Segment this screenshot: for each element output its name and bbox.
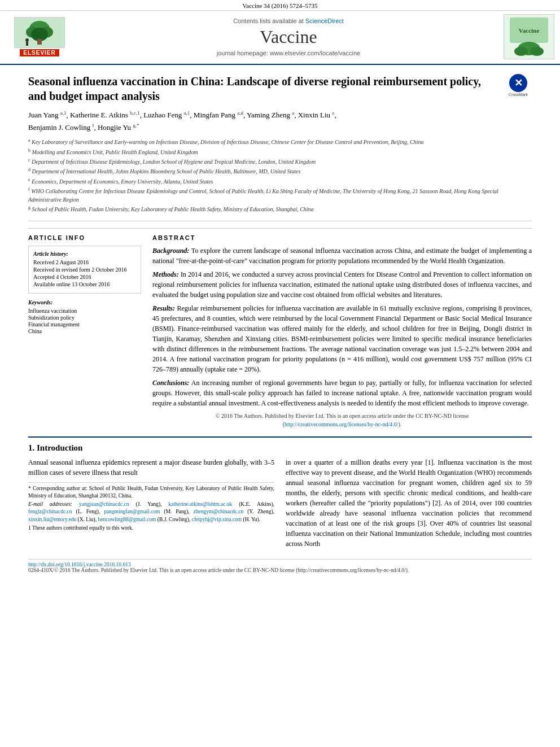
svg-rect-7 (26, 42, 28, 46)
corresponding-footnote: * Corresponding author at: School of Pub… (28, 485, 274, 500)
svg-point-13 (530, 47, 544, 56)
introduction-section: 1. Introduction Annual seasonal influenz… (28, 436, 532, 552)
intro-para1: Annual seasonal influenza epidemics repr… (28, 457, 274, 478)
right-column: Abstract Background: To explore the curr… (152, 234, 532, 429)
emails-label: E-mail addresses: (28, 501, 72, 507)
intro-two-col: Annual seasonal influenza epidemics repr… (28, 457, 532, 552)
article-title-section: Seasonal influenza vaccination in China:… (28, 65, 532, 221)
page-container: Vaccine 34 (2016) 5724–5735 (0, 0, 560, 573)
crossmark-icon: ✕ (509, 74, 527, 92)
abstract-methods: Methods: In 2014 and 2016, we conducted … (152, 269, 532, 300)
elsevier-logo: ELSEVIER (6, 17, 73, 56)
journal-homepage: journal homepage: www.elsevier.com/locat… (79, 50, 498, 56)
email-liu[interactable]: xinxin.liu@emory.edu (28, 517, 76, 522)
intro-para2: in over a quarter of a million deaths ev… (286, 457, 532, 549)
affiliation-f: f WHO Collaborating Centre for Infectiou… (28, 186, 532, 204)
journal-header: ELSEVIER Contents lists available at Sci… (0, 11, 560, 65)
doi-bar: Vaccine 34 (2016) 5724–5735 (0, 0, 560, 11)
abstract-heading: Abstract (152, 234, 532, 241)
journal-title-banner: Vaccine (79, 27, 498, 47)
results-label: Results: (152, 304, 175, 312)
journal-banner: ELSEVIER Contents lists available at Sci… (0, 11, 560, 62)
conclusions-content: An increasing number of regional governm… (152, 379, 532, 407)
available-date: Available online 13 October 2016 (33, 281, 136, 287)
crossmark-badge[interactable]: ✕ CrossMark (505, 74, 532, 97)
vaccine-logo-box: Vaccine (504, 14, 554, 59)
doi-link[interactable]: http://dx.doi.org/10.1016/j.vaccine.2016… (28, 562, 131, 567)
main-content: Seasonal influenza vaccination in China:… (0, 65, 560, 573)
keyword-1: Influenza vaccination (28, 308, 141, 314)
abstract-background: Background: To explore the current lands… (152, 246, 532, 266)
left-column: Article Info Article history: Received 2… (28, 234, 141, 429)
intro-left-col: Annual seasonal influenza epidemics repr… (28, 457, 274, 552)
bottom-bar: http://dx.doi.org/10.1016/j.vaccine.2016… (28, 559, 532, 573)
keywords-section: Keywords: Influenza vaccination Subsidiz… (28, 299, 141, 334)
svg-point-12 (514, 47, 528, 56)
footnotes-box: * Corresponding author at: School of Pub… (28, 482, 274, 532)
received-date: Received 2 August 2016 (33, 259, 136, 265)
intro-title: 1. Introduction (28, 443, 532, 453)
abstract-conclusions: Conclusions: An increasing number of reg… (152, 378, 532, 408)
elsevier-tree-image (14, 17, 65, 48)
svg-rect-5 (37, 39, 42, 45)
article-info-abstract-cols: Article Info Article history: Received 2… (28, 228, 532, 429)
email-atkins[interactable]: katherine.atkins@lshtm.ac.uk (168, 501, 232, 507)
intro-right-col: in over a quarter of a million deaths ev… (286, 457, 532, 552)
affiliation-b: b Modelling and Economics Unit, Public H… (28, 147, 532, 156)
affiliation-d: d Department of International Health, Jo… (28, 167, 532, 176)
email-cowling[interactable]: hencowling88@gmail.com (98, 517, 156, 522)
conclusions-label: Conclusions: (152, 379, 189, 387)
license-line: © 2016 The Authors. Published by Elsevie… (152, 412, 532, 429)
doi-text: Vaccine 34 (2016) 5724–5735 (243, 2, 318, 9)
email-feng[interactable]: fenglz@chinacdc.cn (28, 509, 72, 514)
methods-content: In 2014 and 2016, we conducted a survey … (152, 270, 532, 299)
email-pang[interactable]: pangmingfan@gmail.com (104, 509, 160, 514)
equal-contrib-footnote: 1 These authors contributed equally to t… (28, 525, 274, 532)
keyword-3: Financial management (28, 321, 141, 327)
svg-point-6 (25, 38, 29, 42)
email-yu[interactable]: cfetpyhj@vip.sina.com (192, 517, 242, 522)
elsevier-text: ELSEVIER (20, 49, 59, 56)
sciencedirect-link[interactable]: ScienceDirect (305, 18, 344, 24)
methods-label: Methods: (152, 270, 179, 278)
affiliation-c: c Department of Infectious Disease Epide… (28, 157, 532, 166)
history-label: Article history: (33, 251, 136, 257)
license-link[interactable]: http://creativecommons.org/licenses/by-n… (285, 421, 398, 427)
svg-text:Vaccine: Vaccine (519, 27, 539, 34)
affiliation-g: g School of Public Health, Fudan Univers… (28, 204, 532, 213)
license-short-text: This is an open access article under the… (159, 567, 409, 573)
background-content: To explore the current landscape of seas… (152, 247, 532, 265)
authors-line: Juan Yang a,1, Katherine E. Atkins b,c,1… (28, 109, 532, 134)
emails-footnote: E-mail addresses: yangjuan@chinacdc.cn (… (28, 501, 274, 523)
keyword-2: Subsidization policy (28, 314, 141, 321)
article-info-heading: Article Info (28, 234, 141, 241)
results-content: Regular reimbursement policies for influ… (152, 304, 532, 373)
crossmark-text: CrossMark (509, 93, 528, 97)
keyword-4: China (28, 328, 141, 334)
background-label: Background: (152, 247, 189, 255)
email-zheng[interactable]: zhengym@chinacdc.cn (194, 509, 244, 514)
affiliations-section: a Key Laboratory of Surveillance and Ear… (28, 137, 532, 213)
keywords-label: Keywords: (28, 299, 141, 305)
affiliation-e: e Economics, Department of Economics, Em… (28, 177, 532, 186)
revised-date: Received in revised form 2 October 2016 (33, 267, 136, 273)
sciencedirect-line: Contents lists available at ScienceDirec… (79, 18, 498, 24)
article-main-title: Seasonal influenza vaccination in China:… (28, 74, 532, 103)
affiliation-a: a Key Laboratory of Surveillance and Ear… (28, 137, 532, 146)
article-info-box: Article history: Received 2 August 2016 … (28, 246, 141, 294)
abstract-text: Background: To explore the current lands… (152, 246, 532, 429)
accepted-date: Accepted 4 October 2016 (33, 274, 136, 280)
issn-text: 0264-410X/© 2016 The Authors. Published … (28, 567, 158, 573)
journal-center: Contents lists available at ScienceDirec… (73, 18, 504, 56)
email-yang[interactable]: yangjuan@chinacdc.cn (79, 501, 129, 507)
abstract-results: Results: Regular reimbursement policies … (152, 303, 532, 374)
